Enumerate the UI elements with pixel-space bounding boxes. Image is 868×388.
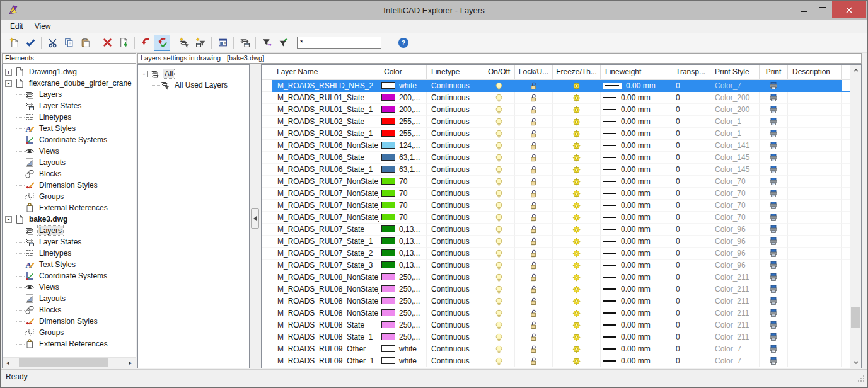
linetype-cell[interactable]: Continuous [427,319,483,331]
layer-color-cell[interactable]: 250,... [379,271,427,283]
lock-toggle-cell[interactable] [515,92,553,104]
elements-tree-item[interactable]: Layers [3,225,136,236]
freeze-toggle-cell[interactable] [553,224,601,236]
layer-name-cell[interactable]: M_ROADS_RSHLD_NHS_2 [272,80,379,92]
freeze-toggle-cell[interactable] [553,331,601,343]
description-cell[interactable] [788,271,842,283]
linetype-cell[interactable]: Continuous [427,176,483,188]
print-toggle-cell[interactable] [760,80,788,92]
lineweight-cell[interactable]: 0.00 mm [601,152,671,164]
layer-row[interactable]: M_ROADS_RUL07_NonState_170Continuous0.00… [262,188,850,200]
print-toggle-cell[interactable] [760,343,788,355]
linetype-cell[interactable]: Continuous [427,295,483,307]
layer-name-cell[interactable]: M_ROADS_RUL08_NonState_1 [272,283,379,295]
elements-tree-item[interactable]: Blocks [3,168,136,180]
elements-tree-item[interactable]: Blocks [3,304,136,316]
onoff-toggle-cell[interactable] [483,116,515,128]
lock-toggle-cell[interactable] [515,176,553,188]
layer-row[interactable]: M_ROADS_RUL09_Other_1whiteContinuous0.00… [262,355,850,367]
freeze-toggle-cell[interactable] [553,188,601,200]
description-cell[interactable] [788,176,842,188]
layer-color-cell[interactable]: 250,... [379,283,427,295]
transparency-cell[interactable]: 0 [671,224,710,236]
print-toggle-cell[interactable] [760,152,788,164]
layer-row[interactable]: M_ROADS_RUL09_OtherwhiteContinuous0.00 m… [262,343,850,355]
lock-toggle-cell[interactable] [515,295,553,307]
lineweight-cell[interactable]: 0.00 mm [601,319,671,331]
print-toggle-cell[interactable] [760,271,788,283]
column-header-color[interactable]: Color [379,65,427,79]
transparency-cell[interactable]: 0 [671,188,710,200]
description-cell[interactable] [788,343,842,355]
print-toggle-cell[interactable] [760,140,788,152]
elements-tree-item[interactable]: +Drawing1.dwg [3,66,136,77]
lock-toggle-cell[interactable] [515,200,553,212]
layer-name-cell[interactable]: M_ROADS_RUL06_State_1 [272,164,379,176]
elements-tree-item[interactable]: Layer States [3,236,136,248]
onoff-toggle-cell[interactable] [483,248,515,260]
linetype-cell[interactable]: Continuous [427,188,483,200]
print-toggle-cell[interactable] [760,319,788,331]
freeze-toggle-cell[interactable] [553,319,601,331]
layer-row[interactable]: M_ROADS_RUL07_NonState_370Continuous0.00… [262,212,850,224]
collapse-icon[interactable]: - [5,80,12,87]
elements-tree-item[interactable]: Groups [3,191,136,202]
layer-color-cell[interactable]: 255,... [379,128,427,140]
linetype-cell[interactable]: Continuous [427,200,483,212]
column-header-on-off[interactable]: On/Off [483,65,515,79]
freeze-toggle-cell[interactable] [553,307,601,319]
linetype-cell[interactable]: Continuous [427,236,483,248]
description-cell[interactable] [788,140,842,152]
layer-name-cell[interactable]: M_ROADS_RUL06_NonState [272,140,379,152]
description-cell[interactable] [788,319,842,331]
print-toggle-cell[interactable] [760,248,788,260]
onoff-toggle-cell[interactable] [483,331,515,343]
onoff-toggle-cell[interactable] [483,271,515,283]
linetype-cell[interactable]: Continuous [427,343,483,355]
layer-row[interactable]: M_ROADS_RUL07_State_20,13...Continuous0.… [262,248,850,260]
freeze-toggle-cell[interactable] [553,248,601,260]
layer-name-cell[interactable]: M_ROADS_RUL08_NonState [272,271,379,283]
freeze-toggle-cell[interactable] [553,80,601,92]
onoff-toggle-cell[interactable] [483,307,515,319]
lock-toggle-cell[interactable] [515,212,553,224]
elements-horizontal-scrollbar[interactable]: ◄ ► [3,357,136,368]
panel-view-button[interactable] [214,35,231,51]
lineweight-cell[interactable]: 0.00 mm [601,260,671,271]
transparency-cell[interactable]: 0 [671,260,710,271]
layer-row[interactable]: M_ROADS_RUL07_State_30,13...Continuous0.… [262,260,850,271]
description-cell[interactable] [788,200,842,212]
layer-name-cell[interactable]: M_ROADS_RUL02_State [272,116,379,128]
elements-tree-item[interactable]: Layouts [3,157,136,168]
description-cell[interactable] [788,80,842,92]
layer-filter-item[interactable]: -All [138,68,249,79]
layer-filter-item[interactable]: All Used Layers [138,79,249,91]
transparency-cell[interactable]: 0 [671,140,710,152]
lock-toggle-cell[interactable] [515,283,553,295]
transparency-cell[interactable]: 0 [671,212,710,224]
description-cell[interactable] [788,188,842,200]
lineweight-cell[interactable]: 0.00 mm [601,116,671,128]
layer-name-cell[interactable]: M_ROADS_RUL07_NonState_3 [272,212,379,224]
column-header-linetype[interactable]: Linetype [427,65,483,79]
onoff-toggle-cell[interactable] [483,224,515,236]
onoff-toggle-cell[interactable] [483,355,515,367]
lineweight-cell[interactable]: 0.00 mm [601,200,671,212]
onoff-toggle-cell[interactable] [483,128,515,140]
layer-name-cell[interactable]: M_ROADS_RUL07_NonState [272,176,379,188]
minimize-button[interactable] [794,1,813,19]
print-toggle-cell[interactable] [760,355,788,367]
description-cell[interactable] [788,236,842,248]
lineweight-cell[interactable]: 0.00 mm [601,212,671,224]
splitter-collapse-button[interactable] [251,208,259,229]
linetype-cell[interactable]: Continuous [427,80,483,92]
column-header-layer-name[interactable]: Layer Name [272,65,379,79]
description-cell[interactable] [788,355,842,367]
transparency-cell[interactable]: 0 [671,355,710,367]
scrollbar-thumb[interactable] [19,358,108,367]
lineweight-cell[interactable]: 0.00 mm [601,271,671,283]
description-cell[interactable] [788,283,842,295]
column-header-lock-u[interactable]: Lock/U... [515,65,553,79]
layer-name-cell[interactable]: M_ROADS_RUL07_State_1 [272,236,379,248]
layer-name-cell[interactable]: M_ROADS_RUL07_NonState_1 [272,188,379,200]
